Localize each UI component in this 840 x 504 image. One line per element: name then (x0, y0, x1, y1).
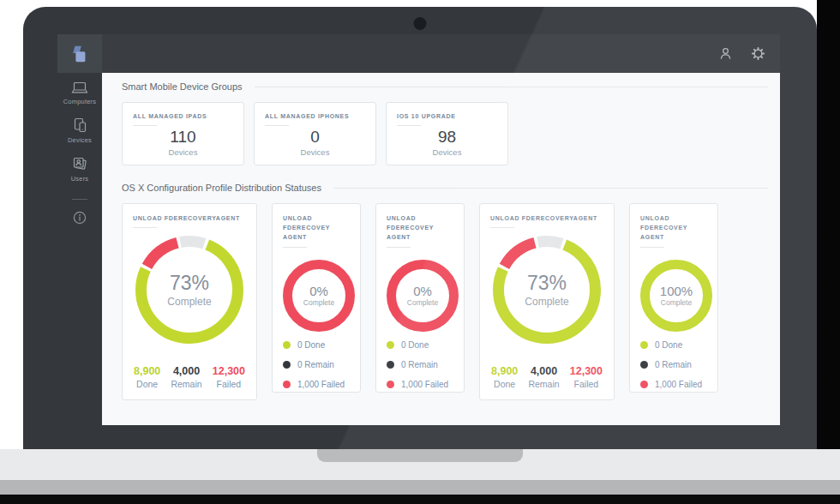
profile-status-title: UNLOAD FDERECOVERYAGENT (490, 213, 603, 223)
donut-percent-caption: Complete (407, 298, 438, 307)
donut-chart: 0%Complete (387, 260, 459, 332)
app-topbar (57, 34, 780, 73)
donut-chart: 73%Complete (135, 236, 243, 344)
profile-status-card[interactable]: UNLOAD FDERECOVEY AGENT0%Complete0 Done0… (375, 203, 465, 393)
label-underline (133, 125, 157, 126)
stat-label: Failed (213, 379, 245, 389)
device-group-cards: ALL MANAGED IPADS110DevicesALL MANAGED I… (122, 102, 768, 165)
laptop-base-notch (317, 449, 523, 462)
donut-center-label: 100%Complete (640, 260, 712, 332)
sidebar-item-label: Devices (68, 136, 92, 144)
legend-dot (387, 341, 394, 349)
legend-item: 1,000 Failed (283, 380, 350, 389)
sidebar-item-users[interactable]: Users (71, 155, 89, 183)
status-legend: 0 Done0 Remain1,000 Failed (640, 340, 707, 399)
status-legend: 0 Done0 Remain1,000 Failed (283, 340, 350, 399)
laptop-base-edge (0, 480, 840, 495)
sidebar-item-devices[interactable]: Devices (68, 117, 92, 144)
profile-status-card[interactable]: UNLOAD FDERECOVERYAGENT73%Complete8,900D… (122, 203, 257, 400)
device-group-card[interactable]: IOS 10 UPGRADE98Devices (386, 102, 508, 165)
donut-percent: 73% (527, 272, 567, 295)
profile-status-card[interactable]: UNLOAD FDERECOVEY AGENT0%Complete0 Done0… (272, 203, 361, 393)
device-group-label: ALL MANAGED IPADS (133, 111, 233, 121)
jamf-logo-icon (69, 44, 90, 64)
legend-dot (283, 361, 291, 369)
settings-button[interactable] (749, 45, 766, 63)
legend-text: 1,000 Failed (297, 380, 345, 389)
donut-chart: 73%Complete (493, 236, 601, 344)
legend-text: 0 Done (297, 340, 325, 350)
legend-dot (640, 361, 648, 369)
section-rule (333, 188, 768, 189)
stat-done: 8,900Done (491, 365, 518, 389)
label-underline (640, 247, 664, 248)
sidebar-item-computers[interactable]: Computers (63, 81, 96, 105)
donut-center-label: 73%Complete (493, 236, 601, 344)
status-stats: 8,900Done4,000Remain12,300Failed (490, 365, 603, 390)
dashboard-content: Smart Mobile Device Groups ALL MANAGED I… (102, 73, 780, 425)
donut-center-label: 0%Complete (387, 260, 459, 332)
device-group-card[interactable]: ALL MANAGED IPADS110Devices (122, 102, 244, 165)
stat-label: Done (491, 379, 518, 389)
sidebar-item-label: Users (71, 175, 89, 183)
section-device-groups-header: Smart Mobile Device Groups (122, 81, 768, 92)
device-group-label: ALL MANAGED IPHONES (265, 111, 365, 121)
gear-icon (751, 46, 765, 61)
app-logo-button[interactable] (57, 34, 102, 73)
sidebar-item-label: Computers (63, 98, 96, 105)
profile-status-card[interactable]: UNLOAD FDERECOVERYAGENT73%Complete8,900D… (479, 203, 615, 400)
legend-dot (640, 381, 648, 388)
donut-chart: 0%Complete (283, 260, 355, 332)
legend-text: 0 Done (401, 340, 429, 350)
legend-item: 0 Done (640, 340, 707, 350)
laptop-icon (70, 81, 89, 95)
legend-item: 1,000 Failed (640, 380, 707, 389)
legend-dot (387, 361, 394, 369)
device-group-label: IOS 10 UPGRADE (397, 111, 497, 121)
device-count: 110 (133, 128, 233, 147)
device-group-card[interactable]: ALL MANAGED IPHONES0Devices (254, 102, 376, 165)
legend-dot (283, 381, 291, 388)
donut-percent: 100% (660, 284, 693, 298)
stat-value: 12,300 (213, 365, 245, 377)
donut-percent: 0% (413, 284, 432, 298)
app-window: Computers Devices (57, 34, 780, 425)
legend-text: 0 Remain (401, 360, 438, 369)
stat-label: Remain (528, 379, 559, 389)
donut-percent: 0% (309, 284, 328, 298)
legend-text: 1,000 Failed (401, 380, 448, 389)
legend-item: 0 Remain (387, 360, 453, 369)
profile-status-title: UNLOAD FDERECOVERYAGENT (133, 213, 246, 223)
profile-status-card[interactable]: UNLOAD FDERECOVEY AGENT100%Complete0 Don… (629, 203, 718, 393)
status-legend: 0 Done0 Remain1,000 Failed (387, 340, 453, 399)
legend-text: 1,000 Failed (655, 380, 702, 389)
sidebar-info-button[interactable] (72, 210, 87, 225)
webcam-dot (414, 17, 427, 30)
donut-percent-caption: Complete (661, 298, 692, 307)
legend-dot (387, 381, 394, 388)
stat-remain: 4,000Remain (171, 365, 201, 389)
stat-label: Remain (171, 379, 201, 389)
section-title: OS X Configuration Profile Distribution … (122, 183, 321, 193)
label-underline (387, 247, 411, 248)
sidebar-divider (72, 199, 87, 200)
topbar-actions (717, 45, 780, 63)
user-icon (718, 46, 733, 61)
donut-percent: 73% (170, 272, 209, 295)
legend-text: 0 Remain (655, 360, 692, 369)
device-count-unit: Devices (397, 147, 497, 157)
stat-failed: 12,300Failed (570, 365, 603, 389)
legend-text: 0 Remain (297, 360, 334, 369)
stat-value: 4,000 (171, 365, 201, 377)
label-underline (490, 227, 514, 228)
label-underline (133, 227, 157, 228)
stat-done: 8,900Done (134, 365, 160, 389)
user-account-button[interactable] (717, 45, 734, 63)
section-title: Smart Mobile Device Groups (122, 81, 243, 92)
laptop-base-shadow (0, 495, 840, 504)
donut-percent-caption: Complete (525, 296, 568, 308)
stat-value: 12,300 (570, 365, 603, 377)
status-stats: 8,900Done4,000Remain12,300Failed (133, 365, 246, 390)
device-count-unit: Devices (133, 147, 233, 157)
donut-percent-caption: Complete (303, 298, 334, 307)
